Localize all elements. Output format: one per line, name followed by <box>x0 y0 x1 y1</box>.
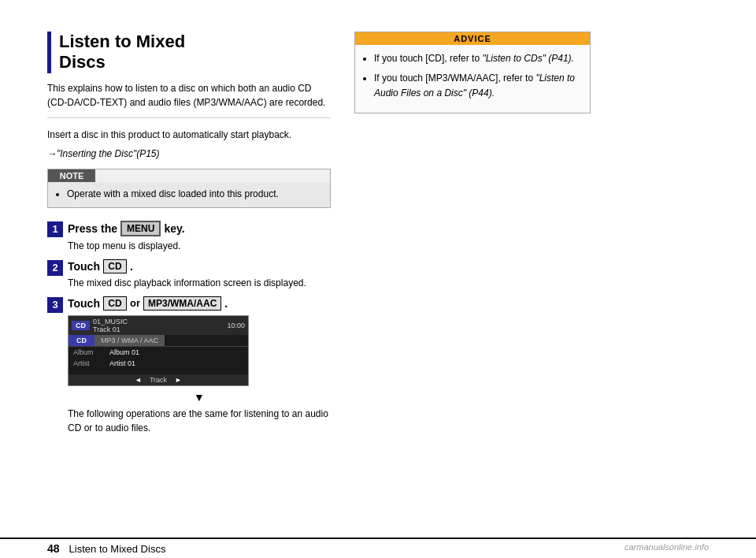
nav-back: ◄ <box>135 376 142 384</box>
note-box: NOTE Operate with a mixed disc loaded in… <box>47 169 331 208</box>
advice-item-1-italic: "Listen to CDs" (P41). <box>482 53 574 64</box>
step-2-prefix: Touch <box>68 260 100 273</box>
nav-forward: ► <box>175 376 182 384</box>
following-text: The following operations are the same fo… <box>68 407 331 435</box>
step-2: 2 Touch CD . The mixed disc playback inf… <box>47 259 331 290</box>
description-text: This explains how to listen to a disc on… <box>47 81 331 118</box>
title-section: Listen to Mixed Discs <box>47 32 331 73</box>
step-1-content: Press the MENU key. The top menu is disp… <box>68 221 331 253</box>
cd-key-step3: CD <box>103 296 127 311</box>
step-3-content: Touch CD or MP3/WMA/AAC . CD 01_MUSIC <box>68 296 331 435</box>
advice-item-1-prefix: If you touch [CD], refer to <box>374 53 482 64</box>
step-1-desc: The top menu is displayed. <box>68 239 331 253</box>
step-2-desc: The mixed disc playback information scre… <box>68 276 331 290</box>
screen-tab-cd: CD <box>69 335 94 346</box>
footer: 48 Listen to Mixed Discs carmanualsonlin… <box>0 538 756 558</box>
screen-nav: ◄ Track ► <box>69 374 248 385</box>
advice-item-2-prefix: If you touch [MP3/WMA/AAC], refer to <box>374 73 536 84</box>
advice-item-2: If you touch [MP3/WMA/AAC], refer to "Li… <box>374 71 582 101</box>
step-3-prefix: Touch <box>68 297 100 310</box>
step-2-number: 2 <box>47 260 63 276</box>
cd-key-step2: CD <box>103 259 127 273</box>
step-3-suffix: . <box>224 297 228 310</box>
advice-box: ADVICE If you touch [CD], refer to "List… <box>354 32 591 113</box>
page-title: Listen to Mixed Discs <box>59 32 331 73</box>
right-column: ADVICE If you touch [CD], refer to "List… <box>354 32 591 441</box>
step-1-title: Press the MENU key. <box>68 221 331 236</box>
screen-artist-label: Artist <box>73 359 105 367</box>
step-2-title: Touch CD . <box>68 259 331 273</box>
step-2-content: Touch CD . The mixed disc playback infor… <box>68 259 331 290</box>
step-1: 1 Press the MENU key. The top menu is di… <box>47 221 331 253</box>
step-3: 3 Touch CD or MP3/WMA/AAC . CD <box>47 296 331 435</box>
step-3-number: 3 <box>47 297 63 313</box>
watermark: carmanualsonline.info <box>624 542 709 552</box>
screen-tabs: CD MP3 / WMA / AAC <box>69 335 248 347</box>
arrow-ref: →"Inserting the Disc"(P15) <box>47 148 331 159</box>
or-text: or <box>130 297 140 309</box>
advice-content: If you touch [CD], refer to "Listen to C… <box>355 45 590 113</box>
left-column: Listen to Mixed Discs This explains how … <box>47 32 331 441</box>
footer-title: Listen to Mixed Discs <box>69 543 166 555</box>
down-arrow: ▼ <box>68 391 331 404</box>
menu-key: MENU <box>120 221 161 236</box>
screen-cd-badge: CD <box>72 321 90 330</box>
page-container: Listen to Mixed Discs This explains how … <box>0 0 756 558</box>
main-content: Listen to Mixed Discs This explains how … <box>0 0 756 473</box>
step-1-suffix: key. <box>164 222 184 235</box>
note-item: Operate with a mixed disc loaded into th… <box>67 187 322 201</box>
screen-track-info: 01_MUSIC Track 01 <box>93 318 224 333</box>
advice-item-1: If you touch [CD], refer to "Listen to C… <box>374 51 582 66</box>
step-2-suffix: . <box>130 260 133 273</box>
note-content: Operate with a mixed disc loaded into th… <box>48 182 330 207</box>
intro-text: Insert a disc in this product to automat… <box>47 128 331 142</box>
step-1-number: 1 <box>47 221 63 237</box>
note-header: NOTE <box>48 169 95 182</box>
nav-label: Track <box>150 376 167 384</box>
step-3-title: Touch CD or MP3/WMA/AAC . <box>68 296 331 311</box>
mp3-key-step3: MP3/WMA/AAC <box>143 296 221 311</box>
advice-header: ADVICE <box>355 32 590 45</box>
screen-time: 10:00 <box>227 322 245 329</box>
screen-tab-mp3: MP3 / WMA / AAC <box>94 335 165 346</box>
screen-image: CD 01_MUSIC Track 01 10:00 CD MP3 / WMA … <box>68 315 249 386</box>
step-1-prefix: Press the <box>68 222 117 235</box>
screen-album-row: Album Album 01 <box>69 347 248 358</box>
screen-top-bar: CD 01_MUSIC Track 01 10:00 <box>69 316 248 335</box>
footer-page-number: 48 <box>47 542 60 555</box>
screen-artist-value: Artist 01 <box>109 359 135 367</box>
screen-artist-row: Artist Artist 01 <box>69 358 248 369</box>
screen-album-value: Album 01 <box>109 348 139 356</box>
screen-album-label: Album <box>73 348 105 356</box>
